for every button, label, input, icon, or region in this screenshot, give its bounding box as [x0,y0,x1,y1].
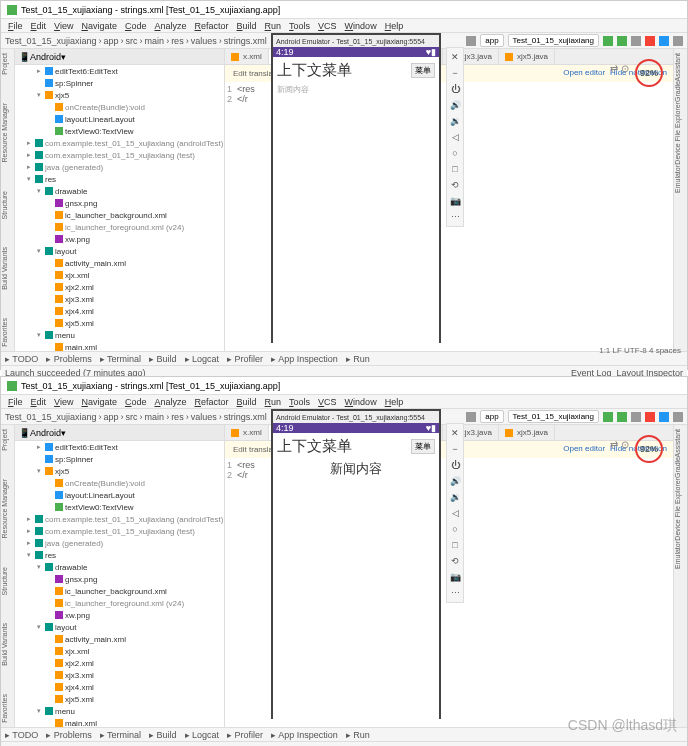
menu-Window[interactable]: Window [342,21,380,31]
tree-item[interactable]: ▾menu [15,705,224,717]
tree-item[interactable]: ▾menu [15,329,224,341]
tree-header[interactable]: 📱 Android ▾ [15,49,224,65]
tree-item[interactable]: xjx5.xml [15,317,224,329]
tool-Emulator[interactable]: Emulator [674,165,687,193]
emu-ctl-icon[interactable]: ✕ [449,428,461,438]
tree-item[interactable]: xjx4.xml [15,305,224,317]
crumb[interactable]: main [145,36,165,46]
left-tool-strip[interactable]: ProjectResource ManagerStructureBuild Va… [1,425,15,727]
sdk-icon[interactable] [673,36,683,46]
btm-Problems[interactable]: ▸ Problems [46,354,92,364]
run-toolbar[interactable]: app Test_01_15_xujiaxiang [466,410,683,423]
tree-item[interactable]: ▸com.example.test_01_15_xujiaxiang (andr… [15,137,224,149]
menu-Help[interactable]: Help [382,21,407,31]
crumb[interactable]: src [126,36,138,46]
menu-Build[interactable]: Build [234,397,260,407]
tree-item[interactable]: xw.png [15,233,224,245]
tool-Gradle[interactable]: Gradle [674,457,687,478]
tool-Resource Manager[interactable]: Resource Manager [1,479,14,539]
tool-Build Variants[interactable]: Build Variants [1,247,14,290]
emulator-window[interactable]: Android Emulator - Test_01_15_xujiaxiang… [271,33,441,343]
tree-item[interactable]: xjx3.xml [15,669,224,681]
menu-VCS[interactable]: VCS [315,21,340,31]
crumb[interactable]: res [171,36,184,46]
tree-item[interactable]: layout:LinearLayout [15,489,224,501]
emu-ctl-icon[interactable]: 🔉 [449,492,461,502]
editor-tab[interactable]: x.xml [225,425,269,440]
btm-TODO[interactable]: ▸ TODO [5,354,38,364]
btm-Terminal[interactable]: ▸ Terminal [100,354,141,364]
tree-item[interactable]: xjx.xml [15,645,224,657]
right-tool-strip[interactable]: AssistantGradleDevice File ExplorerEmula… [673,49,687,351]
device-select[interactable]: Test_01_15_xujiaxiang [508,410,599,423]
emu-ctl-icon[interactable]: ⋯ [449,212,461,222]
tree-item[interactable]: gnsx.png [15,573,224,585]
tree-item[interactable]: ▸editText6:EditText [15,65,224,77]
stop-icon[interactable] [645,36,655,46]
tool-Device File Explorer[interactable]: Device File Explorer [674,478,687,541]
emu-ctl-icon[interactable]: ○ [449,148,461,158]
tree-item[interactable]: sp:Spinner [15,77,224,89]
btm-Build[interactable]: ▸ Build [149,730,177,740]
tree-item[interactable]: ▾res [15,173,224,185]
tree-item[interactable]: ▾drawable [15,561,224,573]
tree-item[interactable]: xjx4.xml [15,681,224,693]
emu-ctl-icon[interactable]: 🔊 [449,100,461,110]
btm-App Inspection[interactable]: ▸ App Inspection [271,730,338,740]
tree-item[interactable]: layout:LinearLayout [15,113,224,125]
tree-item[interactable]: ▸com.example.test_01_15_xujiaxiang (test… [15,149,224,161]
tree-item[interactable]: ▸java (generated) [15,537,224,549]
menu-VCS[interactable]: VCS [315,397,340,407]
menu-Analyze[interactable]: Analyze [151,397,189,407]
tree-item[interactable]: xjx5.xml [15,693,224,705]
crumb[interactable]: res [171,412,184,422]
menu-Window[interactable]: Window [342,397,380,407]
emu-ctl-icon[interactable]: 📷 [449,572,461,582]
menu-Build[interactable]: Build [234,21,260,31]
sdk-icon[interactable] [673,412,683,422]
btm-TODO[interactable]: ▸ TODO [5,730,38,740]
tool-Resource Manager[interactable]: Resource Manager [1,103,14,163]
emu-ctl-icon[interactable]: □ [449,164,461,174]
btm-App Inspection[interactable]: ▸ App Inspection [271,354,338,364]
tree-item[interactable]: ▾res [15,549,224,561]
tree-item[interactable]: ic_launcher_background.xml [15,209,224,221]
menu-Tools[interactable]: Tools [286,397,313,407]
memory-gauge[interactable]: 92% [635,59,663,87]
menu-Analyze[interactable]: Analyze [151,21,189,31]
hammer-icon[interactable] [466,36,476,46]
tree-item[interactable]: xjx2.xml [15,281,224,293]
menu-Refactor[interactable]: Refactor [192,21,232,31]
menu-button[interactable]: 菜单 [411,439,435,454]
btm-Logcat[interactable]: ▸ Logcat [185,730,220,740]
menu-Run[interactable]: Run [262,21,285,31]
tree-item[interactable]: onCreate(Bundle):void [15,101,224,113]
memory-gauge[interactable]: 92% [635,435,663,463]
menu-Navigate[interactable]: Navigate [78,21,120,31]
tree-item[interactable]: main.xml [15,341,224,351]
tool-Project[interactable]: Project [1,53,14,75]
tree-item[interactable]: sp:Spinner [15,453,224,465]
tool-Emulator[interactable]: Emulator [674,541,687,569]
btm-Profiler[interactable]: ▸ Profiler [227,730,263,740]
tree-item[interactable]: ic_launcher_foreground.xml (v24) [15,597,224,609]
menubar[interactable]: FileEditViewNavigateCodeAnalyzeRefactorB… [1,395,687,409]
crumb[interactable]: src [126,412,138,422]
tree-item[interactable]: ic_launcher_foreground.xml (v24) [15,221,224,233]
avd-icon[interactable] [659,36,669,46]
crumb[interactable]: Test_01_15_xujiaxiang [5,36,97,46]
tool-Favorites[interactable]: Favorites [1,694,14,723]
menu-Edit[interactable]: Edit [28,397,50,407]
tool-Project[interactable]: Project [1,429,14,451]
run-config[interactable]: app [480,34,503,47]
menu-View[interactable]: View [51,21,76,31]
emu-ctl-icon[interactable]: ⟲ [449,556,461,566]
tree-item[interactable]: ▾drawable [15,185,224,197]
emu-ctl-icon[interactable]: ✕ [449,52,461,62]
tree-item[interactable]: ic_launcher_background.xml [15,585,224,597]
emu-ctl-icon[interactable]: ⏻ [449,460,461,470]
emu-ctl-icon[interactable]: ⏻ [449,84,461,94]
editor-tab[interactable]: xjx5.java [499,49,555,64]
right-tool-strip[interactable]: AssistantGradleDevice File ExplorerEmula… [673,425,687,727]
menubar[interactable]: FileEditViewNavigateCodeAnalyzeRefactorB… [1,19,687,33]
